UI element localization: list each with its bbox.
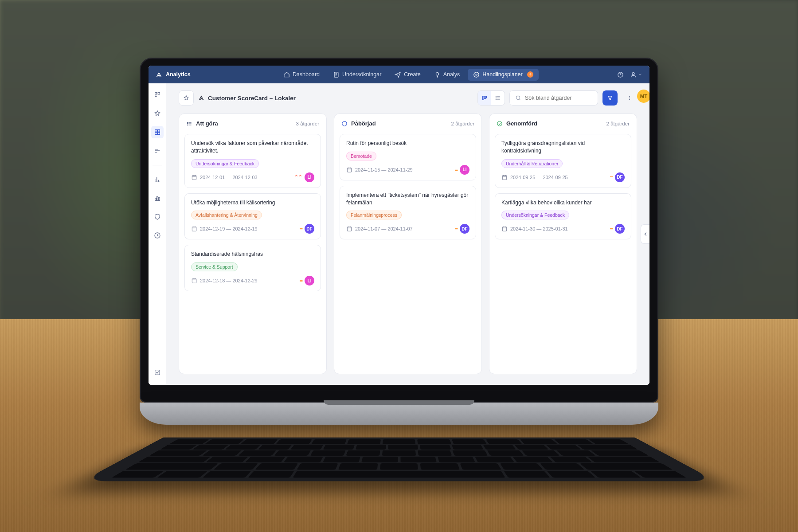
calendar-icon [501,174,508,180]
rail-favorites[interactable] [151,107,164,120]
search-input[interactable] [525,95,587,101]
card[interactable]: Implementera ett "ticketsystem" när hyre… [340,186,476,240]
svg-rect-16 [482,96,484,100]
filter-icon [607,95,613,101]
svg-point-20 [496,98,496,98]
svg-rect-7 [155,130,157,132]
search-box[interactable] [509,90,598,106]
card[interactable]: Tydliggöra gränsdragningslistan vid kont… [495,134,631,188]
svg-rect-6 [158,93,160,94]
rail-insights[interactable] [151,192,164,204]
rail-apps[interactable] [151,89,164,101]
card[interactable]: Standardiserade hälsningsfras Service & … [184,245,321,291]
priority-medium-icon: = [299,278,302,284]
send-icon [395,71,401,78]
svg-point-19 [496,97,496,97]
card[interactable]: Undersök vilka faktorer som påverkar när… [184,134,321,188]
svg-rect-15 [155,370,160,375]
column-done-count: 2 åtgärder [606,121,630,126]
card[interactable]: Kartlägga vilka behov olika kunder har U… [495,193,631,240]
calendar-icon [191,226,197,232]
side-rail [149,83,166,385]
view-list-button[interactable] [491,91,505,105]
card-dates: 2024-12-18 — 2024-12-29 [200,278,258,283]
drawer-toggle[interactable] [641,224,649,244]
calendar-icon [501,226,508,232]
svg-rect-13 [158,197,160,200]
view-toggle [477,90,505,106]
nav-dashboard-label: Dashboard [293,71,320,78]
svg-rect-11 [155,198,156,200]
apps-icon [154,91,161,98]
current-user-avatar[interactable]: MT [637,90,649,103]
nav-analysis-label: Analys [443,71,460,78]
card-title: Tydliggöra gränsdragningslistan vid kont… [501,140,625,155]
nav-analysis[interactable]: Analys [429,69,466,81]
user-menu[interactable] [630,71,642,78]
svg-point-25 [629,99,630,100]
svg-point-26 [187,122,188,122]
rail-history[interactable] [151,229,164,242]
rail-reports[interactable] [151,173,164,186]
card-tag: Bemötade [346,152,376,160]
card-dates: 2024-12-01 — 2024-12-03 [200,175,258,180]
grid-icon [154,129,161,136]
view-board-button[interactable] [478,91,491,105]
filter-button[interactable] [602,90,618,106]
card-tag: Felanmälningsprocess [346,211,402,219]
column-inprogress-title: Påbörjad [351,120,376,127]
chevron-left-icon [642,231,649,237]
favorite-toggle[interactable] [179,90,194,106]
card-title: Utöka möjligheterna till källsortering [191,199,314,207]
bars-icon [154,195,161,202]
list-icon [495,95,501,101]
svg-point-27 [187,123,188,124]
card-title: Implementera ett "ticketsystem" när hyre… [346,192,469,207]
help-button[interactable] [617,71,624,78]
kanban-board: Att göra 3 åtgärder Undersök vilka fakto… [179,113,637,374]
card-assignee: DF [615,224,625,234]
nav-create[interactable]: Create [389,69,426,81]
rail-timeline[interactable] [151,145,164,157]
page-title: Customer ScoreCard – Lokaler [208,95,296,102]
card[interactable]: Utöka möjligheterna till källsortering A… [184,193,321,240]
svg-point-23 [629,96,630,97]
nav-surveys-label: Undersökningar [342,71,381,78]
logo-icon [156,71,162,78]
svg-rect-33 [347,168,351,172]
svg-point-35 [497,121,502,126]
svg-point-2 [474,72,479,77]
card[interactable]: Rutin för personligt besök Bemötade 2024… [340,134,476,180]
card-title: Standardiserade hälsningsfras [191,250,314,258]
svg-rect-37 [502,227,506,231]
rail-security[interactable] [151,211,164,223]
document-icon [333,71,340,78]
svg-point-21 [496,99,496,99]
svg-rect-31 [192,279,196,283]
rail-tasks[interactable] [151,366,164,379]
rail-board[interactable] [151,126,164,138]
calendar-icon [346,167,352,173]
card-assignee: LI [305,276,314,286]
svg-rect-12 [156,196,158,200]
nav-dashboard[interactable]: Dashboard [278,69,325,81]
column-done: Genomförd 2 åtgärder Tydliggöra gränsdra… [489,113,637,374]
column-todo-title: Att göra [196,120,218,127]
priority-medium-icon: = [299,226,302,232]
svg-rect-9 [155,133,157,135]
logo-small-icon [198,95,204,101]
nav-actionplans-label: Handlingsplaner [482,71,522,78]
svg-point-22 [516,96,520,99]
priority-medium-icon: = [454,166,457,173]
calendar-icon [191,278,197,284]
nav-actionplans[interactable]: Handlingsplaner [468,69,538,81]
nav-surveys[interactable]: Undersökningar [328,69,387,81]
more-button[interactable] [622,90,637,106]
svg-rect-18 [486,96,487,98]
card-assignee: DF [305,224,314,234]
help-icon [617,71,624,78]
priority-high-icon: ⌃⌃ [294,174,302,180]
calendar-icon [191,174,197,180]
page-title-wrap: Customer ScoreCard – Lokaler [198,95,296,102]
svg-rect-5 [155,93,156,94]
